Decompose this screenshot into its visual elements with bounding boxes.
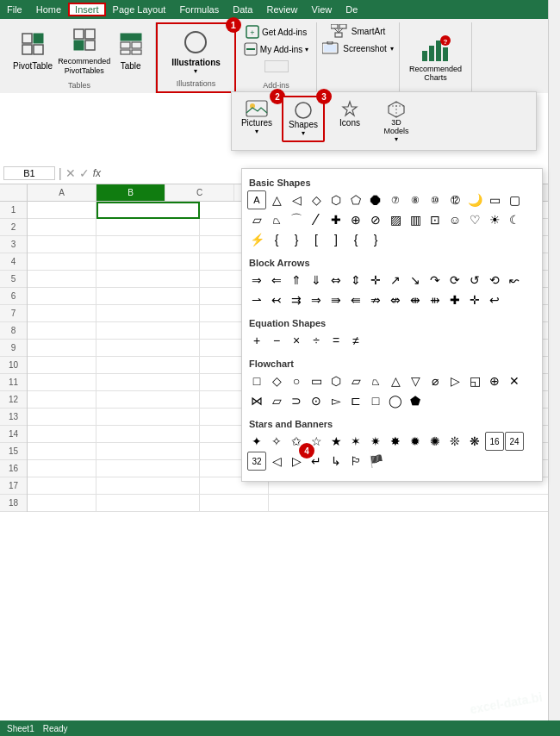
shape-flow-delay[interactable]: ⊏ <box>346 391 365 410</box>
shape-cross-arrow[interactable]: ✚ <box>445 290 464 309</box>
screenshot-button[interactable]: Screenshot ▾ <box>322 41 394 55</box>
sheet-tab[interactable]: Sheet1 <box>7 724 34 733</box>
shape-flow-rect3[interactable]: □ <box>366 391 385 410</box>
shape-flow-merge[interactable]: ⏥ <box>267 391 286 410</box>
cell-b18[interactable] <box>96 495 200 512</box>
shape-flow-circle[interactable]: ◯ <box>386 391 405 410</box>
shape-flow-manual[interactable]: ▷ <box>445 371 464 390</box>
shape-arrow-half-l[interactable]: ↢ <box>267 290 286 309</box>
shape-hatch1[interactable]: ▨ <box>386 210 405 229</box>
shape-rbrace2[interactable]: } <box>366 230 385 249</box>
cell-a8[interactable] <box>28 322 96 340</box>
shape-rbrace[interactable]: } <box>287 230 306 249</box>
shape-flow-pentagon[interactable]: ⬟ <box>406 391 425 410</box>
cell-reference-input[interactable] <box>3 166 55 180</box>
shape-star24[interactable]: ❋ <box>465 432 484 451</box>
shape-flow-triangle[interactable]: △ <box>386 371 405 390</box>
menu-de[interactable]: De <box>339 3 364 16</box>
shape-banner5[interactable]: 🏳 <box>346 452 365 471</box>
shape-arrow-ud[interactable]: ⇕ <box>346 271 365 290</box>
shape-sticker3[interactable]: 32 <box>247 452 266 471</box>
menu-review[interactable]: Review <box>259 3 304 16</box>
my-addins-button[interactable]: My Add-ins ▾ <box>241 41 311 57</box>
shape-arrow-cycle[interactable]: ⟳ <box>445 271 464 290</box>
shape-plus[interactable]: ⊕ <box>346 210 365 229</box>
shape-arrow-diag1[interactable]: ↗ <box>386 271 405 290</box>
shape-arrow-triple[interactable]: ⇒ <box>307 290 326 309</box>
shape-flow-hex[interactable]: ⬡ <box>327 371 345 390</box>
cell-a17[interactable] <box>28 477 96 495</box>
shape-eq-notequals[interactable]: ≠ <box>346 331 365 350</box>
shape-u-arrow[interactable]: ↩ <box>485 290 504 309</box>
shape-sticker[interactable]: 16 <box>485 432 504 451</box>
3d-models-button[interactable]: 3D Models ▾ <box>375 96 418 147</box>
shape-flow-or[interactable]: ⊃ <box>287 391 306 410</box>
menu-view[interactable]: View <box>305 3 339 16</box>
shape-lbracket[interactable]: [ <box>307 230 326 249</box>
shape-circle10[interactable]: ⑩ <box>426 190 445 209</box>
shape-star4b[interactable]: ✧ <box>267 432 286 451</box>
cell-a3[interactable] <box>28 236 96 253</box>
shape-circle8[interactable]: ⑧ <box>406 190 425 209</box>
formula-confirm[interactable]: ✓ <box>79 166 90 180</box>
shape-arrow-pentagon[interactable]: ⇼ <box>406 290 425 309</box>
illustrations-button[interactable]: Illustrations ▾ <box>165 26 227 78</box>
shape-circle7[interactable]: ⑦ <box>386 190 405 209</box>
shape-arrow-chevron-r[interactable]: ⇻ <box>426 290 445 309</box>
shape-flow-tape[interactable]: ⊕ <box>485 371 504 390</box>
shape-rect[interactable]: ▭ <box>485 190 504 209</box>
shape-flow-cylinder[interactable]: ⌀ <box>426 371 445 390</box>
cell-b10[interactable] <box>96 357 200 374</box>
cell-a5[interactable] <box>28 271 96 288</box>
icons-button[interactable]: Icons <box>328 96 371 147</box>
shape-arrow-left[interactable]: ⇐ <box>267 271 286 290</box>
cell-a2[interactable] <box>28 219 96 236</box>
cell-b6[interactable] <box>96 288 200 305</box>
shape-arrow-notch-l[interactable]: ⇎ <box>386 290 405 309</box>
shape-star4[interactable]: ✦ <box>247 432 266 451</box>
shape-arrow-wave[interactable]: ↜ <box>505 271 524 290</box>
cell-a12[interactable] <box>28 391 96 409</box>
cell-b7[interactable] <box>96 305 200 322</box>
cell-b8[interactable] <box>96 322 200 340</box>
shape-arrow-up[interactable]: ⇑ <box>287 271 306 290</box>
table-button[interactable]: Table <box>111 29 150 74</box>
shape-arrow-quad[interactable]: ✛ <box>366 271 385 290</box>
menu-insert[interactable]: Insert <box>68 3 106 16</box>
cell-b1[interactable] <box>96 202 200 219</box>
shape-star6[interactable]: ✶ <box>346 432 365 451</box>
shape-arrow-left2[interactable]: ↺ <box>465 271 484 290</box>
shape-star7[interactable]: ✷ <box>366 432 385 451</box>
shape-rtriangle[interactable]: ◁ <box>287 190 306 209</box>
shape-arrow-wide-l[interactable]: ⇚ <box>346 290 365 309</box>
shape-eq-minus[interactable]: − <box>267 331 286 350</box>
cell-a15[interactable] <box>28 443 96 460</box>
shape-plus-arrow[interactable]: ✛ <box>465 290 484 309</box>
cell-b4[interactable] <box>96 253 200 271</box>
shape-flow-diamond[interactable]: ◇ <box>267 371 286 390</box>
vertical-scrollbar[interactable] <box>548 202 560 512</box>
cell-a4[interactable] <box>28 253 96 271</box>
shape-sticker2[interactable]: 24 <box>505 432 524 451</box>
menu-pagelayout[interactable]: Page Layout <box>106 3 173 16</box>
shape-hatch2[interactable]: ▥ <box>406 210 425 229</box>
pivot-table-button[interactable]: PivotTable <box>9 29 57 74</box>
cell-a6[interactable] <box>28 288 96 305</box>
cell-a11[interactable] <box>28 374 96 391</box>
recommended-pivottables-button[interactable]: Recommended PivotTables <box>60 25 108 78</box>
cell-b13[interactable] <box>96 409 200 426</box>
shape-cross[interactable]: ✚ <box>327 210 345 229</box>
shape-arrow-wide[interactable]: ⇛ <box>327 290 345 309</box>
shape-flow-sumdot[interactable]: ⊙ <box>307 391 326 410</box>
shape-octagon[interactable]: ⯃ <box>366 190 385 209</box>
shape-flow-card[interactable]: ◱ <box>465 371 484 390</box>
shape-heart[interactable]: ♡ <box>465 210 484 229</box>
formula-cancel[interactable]: ✕ <box>65 166 76 180</box>
shape-star10[interactable]: ✹ <box>406 432 425 451</box>
shape-flow-display[interactable]: ▻ <box>327 391 345 410</box>
shape-banner2[interactable]: ▷ 4 <box>287 452 306 471</box>
cell-b14[interactable] <box>96 426 200 443</box>
shape-arrow-lr[interactable]: ⇔ <box>327 271 345 290</box>
shape-arrow-diag2[interactable]: ↘ <box>406 271 425 290</box>
cell-b15[interactable] <box>96 443 200 460</box>
